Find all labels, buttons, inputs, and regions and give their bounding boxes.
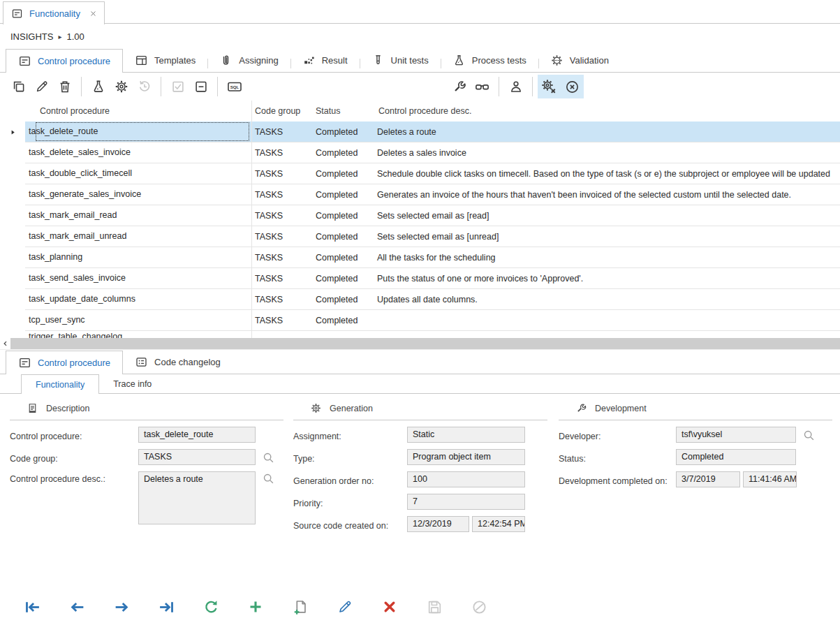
cell-desc[interactable]: Puts the status of one or more invoices … — [374, 274, 583, 284]
tab-process-tests[interactable]: Process tests — [441, 49, 538, 72]
cell-status[interactable]: Completed — [312, 316, 374, 325]
cell-control-procedure[interactable]: task_send_sales_invoice — [25, 268, 251, 289]
cell-desc[interactable]: All the tasks for the scheduling — [374, 253, 496, 263]
first-record-button[interactable] — [23, 598, 41, 616]
cell-status[interactable]: Completed — [312, 169, 374, 179]
horizontal-scrollbar[interactable] — [0, 338, 840, 350]
table-row[interactable]: task_mark_email_read TASKS Completed Set… — [0, 205, 840, 226]
cell-code-group[interactable]: TASKS — [251, 211, 312, 221]
search-icon[interactable] — [262, 451, 275, 464]
cell-code-group[interactable]: TASKS — [251, 316, 312, 325]
deactivate-button[interactable] — [561, 75, 584, 98]
subtab-functionality[interactable]: Functionality — [21, 374, 99, 394]
collapse-button[interactable] — [189, 75, 212, 98]
table-row[interactable]: task_planning TASKS Completed All the ta… — [0, 247, 840, 268]
copy-button[interactable] — [7, 75, 30, 98]
search-icon[interactable] — [262, 472, 275, 485]
tab-validation[interactable]: Validation — [538, 49, 621, 72]
cell-control-procedure[interactable]: task_delete_sales_invoice — [25, 142, 251, 163]
table-row[interactable]: task_generate_sales_invoice TASKS Comple… — [0, 184, 840, 205]
cell-control-procedure[interactable]: task_planning — [25, 247, 251, 268]
search-icon[interactable] — [802, 429, 816, 442]
breadcrumb-root[interactable]: INSIGHTS — [10, 31, 53, 42]
reading-view-button[interactable] — [471, 75, 494, 98]
cell-status[interactable]: Completed — [312, 295, 374, 304]
detail-tab-control-procedure[interactable]: Control procedure — [6, 351, 123, 374]
cell-status[interactable]: Completed — [312, 127, 374, 137]
cell-code-group[interactable]: TASKS — [251, 127, 312, 137]
previous-record-button[interactable] — [68, 598, 86, 616]
tab-unit-tests[interactable]: Unit tests — [360, 49, 441, 72]
cell-code-group[interactable]: TASKS — [251, 190, 312, 200]
edit-record-button[interactable] — [336, 598, 354, 616]
last-record-button[interactable] — [157, 598, 175, 616]
cell-code-group[interactable]: TASKS — [251, 148, 312, 158]
detail-tab-code-changelog[interactable]: Code changelog — [123, 351, 233, 374]
tab-templates[interactable]: Templates — [123, 49, 207, 72]
source-created-date-field[interactable]: 12/3/2019 — [407, 516, 469, 532]
cell-desc[interactable]: Sets selected email as [read] — [374, 211, 489, 221]
cell-status[interactable]: Completed — [312, 148, 374, 158]
cell-desc[interactable]: Deletes a sales invoice — [374, 148, 466, 158]
cell-control-procedure[interactable]: task_double_click_timecell — [25, 163, 251, 184]
generation-order-field[interactable]: 100 — [407, 471, 525, 487]
source-created-time-field[interactable]: 12:42:54 PM — [472, 516, 525, 532]
table-row[interactable]: task_delete_route TASKS Completed Delete… — [0, 122, 840, 142]
cell-desc[interactable]: Generates an invoice of the hours that h… — [374, 190, 791, 200]
code-group-field[interactable]: TASKS — [138, 449, 256, 465]
type-field[interactable]: Program object item — [407, 449, 525, 465]
scrollbar-thumb[interactable] — [10, 338, 840, 349]
developer-field[interactable]: tsf\vyuksel — [676, 427, 796, 443]
cell-status[interactable]: Completed — [312, 274, 374, 284]
cell-code-group[interactable]: TASKS — [251, 232, 312, 242]
table-row[interactable]: task_mark_email_unread TASKS Completed S… — [0, 226, 840, 247]
table-row[interactable]: task_delete_sales_invoice TASKS Complete… — [0, 142, 840, 163]
table-row[interactable]: trigger_table_changelog TRIGGERS Complet… — [0, 331, 840, 338]
cell-status[interactable]: Completed — [312, 253, 374, 263]
cell-status[interactable]: Completed — [312, 232, 374, 242]
refresh-button[interactable] — [202, 598, 220, 616]
copy-record-button[interactable] — [291, 598, 309, 616]
column-header-control-procedure[interactable]: Control procedure — [25, 106, 251, 116]
scroll-left-button[interactable] — [0, 338, 10, 349]
delete-button[interactable] — [53, 75, 76, 98]
edit-button[interactable] — [30, 75, 53, 98]
control-procedure-field[interactable]: task_delete_route — [138, 427, 256, 443]
cell-desc[interactable]: Schedule double click tasks on timecell.… — [374, 169, 830, 179]
cell-code-group[interactable]: TASKS — [251, 169, 312, 179]
cell-status[interactable]: Completed — [312, 211, 374, 221]
sql-button[interactable] — [223, 75, 246, 98]
cell-control-procedure[interactable]: task_mark_email_read — [25, 205, 251, 226]
cell-control-procedure[interactable]: task_mark_email_unread — [25, 226, 251, 247]
tab-result[interactable]: Result — [290, 49, 360, 72]
priority-field[interactable]: 7 — [407, 494, 525, 510]
column-header-code-group[interactable]: Code group — [251, 106, 312, 116]
cell-desc[interactable]: Updates all date columns. — [374, 295, 478, 304]
cell-desc[interactable]: Deletes a route — [374, 127, 436, 137]
table-row[interactable]: task_update_date_columns TASKS Completed… — [0, 289, 840, 310]
completed-time-field[interactable]: 11:41:46 AM — [743, 471, 797, 487]
completed-date-field[interactable]: 3/7/2019 — [676, 471, 740, 487]
control-procedure-desc-field[interactable]: Deletes a route — [138, 471, 256, 524]
assignment-field[interactable]: Static — [407, 427, 525, 443]
cell-control-procedure[interactable]: task_delete_route — [25, 122, 251, 142]
cell-control-procedure[interactable]: task_update_date_columns — [25, 289, 251, 310]
table-row[interactable]: task_send_sales_invoice TASKS Completed … — [0, 268, 840, 289]
breadcrumb-version[interactable]: 1.00 — [66, 31, 84, 42]
cell-control-procedure[interactable]: task_generate_sales_invoice — [25, 184, 251, 205]
cell-code-group[interactable]: TASKS — [251, 274, 312, 284]
cell-code-group[interactable]: TASKS — [251, 295, 312, 304]
cell-control-procedure[interactable]: trigger_table_changelog — [25, 331, 251, 338]
user-button[interactable] — [504, 75, 527, 98]
test-button[interactable] — [87, 75, 110, 98]
subtab-trace-info[interactable]: Trace info — [99, 374, 165, 393]
cell-code-group[interactable]: TASKS — [251, 253, 312, 263]
cell-status[interactable]: Completed — [312, 190, 374, 200]
cell-control-procedure[interactable]: tcp_user_sync — [25, 310, 251, 331]
tools-button[interactable] — [448, 75, 471, 98]
tab-control-procedure[interactable]: Control procedure — [6, 49, 123, 73]
column-header-status[interactable]: Status — [312, 106, 374, 116]
settings-button[interactable] — [110, 75, 133, 98]
tab-assigning[interactable]: Assigning — [207, 49, 290, 72]
table-row[interactable]: task_double_click_timecell TASKS Complet… — [0, 163, 840, 184]
